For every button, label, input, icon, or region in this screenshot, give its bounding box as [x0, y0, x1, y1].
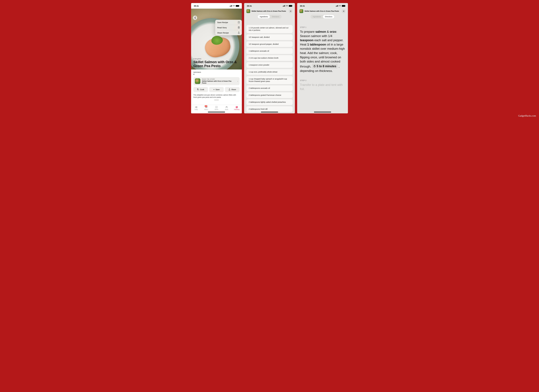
tab-label: News+ [204, 109, 208, 110]
step-label: STEP 1 [300, 26, 345, 28]
ingredient-item[interactable]: 2 1/4 cups low-sodium chicken broth [246, 55, 293, 61]
menu-label: Save Recipe [217, 21, 228, 24]
ingredient-item[interactable]: 2 tablespoons fresh dill [246, 106, 293, 112]
recipe-description: This delightful one-pan dinner combines … [193, 94, 240, 98]
ingredient-item[interactable]: 1 cup chopped baby spinach or arugula3/4… [246, 76, 293, 84]
share-icon [238, 32, 240, 34]
ingredient-item[interactable]: 2 tablespoons avocado oil [246, 85, 293, 91]
tab-audio[interactable]: Audio [221, 106, 232, 110]
utensils-icon [197, 89, 199, 91]
svg-rect-0 [238, 27, 240, 29]
menu-save-recipe[interactable]: Save Recipe [215, 20, 242, 25]
cook-button[interactable]: Cook [193, 87, 208, 92]
phone-ingredients: 09:41 Skillet Salmon with Orzo & Green P… [244, 3, 295, 113]
ingredient-item[interactable]: 1 cup orzo, preferably whole-wheat [246, 69, 293, 75]
home-indicator[interactable] [261, 112, 278, 112]
close-icon [290, 10, 291, 12]
ingredient-item[interactable]: 1 tablespoon avocado oil [246, 48, 293, 54]
button-label: Save [216, 89, 220, 91]
step-text: Transfer to a plate and tent with foil. [300, 83, 345, 91]
status-indicators [230, 5, 239, 7]
close-button[interactable] [342, 9, 346, 13]
status-indicators [283, 5, 292, 7]
wifi-icon [339, 5, 341, 7]
save-button[interactable]: + Save [209, 87, 224, 92]
menu-label: Read Story [217, 27, 227, 29]
cellular-icon [230, 5, 232, 7]
segment-ingredients[interactable]: Ingredients [311, 15, 323, 18]
header-title: Skillet Salmon with Orzo & Green Pea Pes… [304, 10, 340, 12]
button-label: Share [231, 89, 236, 91]
pull-indicator[interactable] [214, 100, 219, 100]
ingredient-item[interactable]: 2 tablespoons lightly salted shelled pis… [246, 99, 293, 105]
headphones-icon [225, 106, 228, 109]
ingredient-item[interactable]: 1/2 teaspoon ground pepper, divided [246, 41, 293, 47]
menu-share-recipe[interactable]: Share Recipe [215, 30, 242, 35]
status-time: 09:41 [300, 5, 305, 7]
tab-label: Following [234, 109, 239, 110]
context-menu: Save Recipe Read Story Share Recipe [215, 20, 242, 35]
read-story-card[interactable]: READ THE STORY Skillet Salmon with Orzo … [193, 77, 240, 85]
menu-read-story[interactable]: Read Story [215, 25, 242, 30]
home-indicator[interactable] [314, 112, 331, 112]
status-time: 09:41 [247, 5, 252, 7]
timer-pill[interactable]: 5 to 8 minutes [312, 64, 338, 69]
battery-icon [289, 5, 292, 7]
segmented-control: Ingredients Directions [299, 15, 346, 19]
publisher: EatingWell [193, 58, 240, 60]
servings-value: 4 [193, 73, 240, 75]
step-2: STEP 2 Transfer to a plate and tent with… [300, 79, 345, 91]
recipe-title: Skillet Salmon with Orzo & Green Pea Pes… [193, 60, 240, 68]
newsplus-badge: 13 [205, 105, 207, 107]
segment-directions[interactable]: Directions [323, 15, 334, 18]
menu-label: Share Recipe [217, 32, 229, 34]
bookmark-icon [238, 21, 240, 24]
segment-directions[interactable]: Directions [270, 15, 281, 18]
cellular-icon [336, 5, 338, 7]
tab-label: Sports [215, 109, 218, 110]
ingredient-item[interactable]: 1 teaspoon onion powder [246, 62, 293, 68]
close-icon [343, 10, 345, 12]
following-icon [235, 106, 238, 109]
article-icon [238, 26, 240, 29]
header-thumbnail [246, 9, 250, 13]
status-bar: 09:41 [191, 3, 242, 9]
hero-image: Save Recipe Read Story Share Recipe Eati… [191, 9, 242, 70]
home-indicator[interactable] [208, 112, 225, 112]
header-title: Skillet Salmon with Orzo & Green Pea Pes… [251, 10, 287, 12]
tab-label: Today [194, 109, 198, 110]
tab-following[interactable]: Following [232, 106, 242, 110]
ingredient-item[interactable]: 1/2 teaspoon salt, divided [246, 34, 293, 40]
chevron-left-icon [194, 17, 196, 19]
battery-icon [236, 5, 239, 7]
phone-recipe-overview: 09:41 Save Recipe Read Story Share Recip… [191, 3, 242, 113]
tab-sports[interactable]: Sports [211, 106, 221, 110]
header-thumbnail [299, 9, 303, 13]
tab-today[interactable]: Today [191, 106, 201, 110]
segmented-control: Ingredients Directions [246, 15, 293, 19]
story-thumbnail [195, 78, 200, 84]
battery-icon [342, 5, 345, 7]
status-time: 09:41 [194, 5, 199, 7]
close-button[interactable] [289, 9, 293, 13]
segment-ingredients[interactable]: Ingredients [258, 15, 270, 18]
cellular-icon [283, 5, 285, 7]
servings-label: SERVINGS [193, 72, 240, 73]
status-bar: 09:41 [297, 3, 348, 9]
status-indicators [336, 5, 345, 7]
back-button[interactable] [193, 16, 197, 20]
ingredient-item[interactable]: 1 1/4 pounds center-cut salmon, skinned … [246, 25, 293, 33]
ingredient-item[interactable]: 2 tablespoons grated Parmesan cheese [246, 92, 293, 98]
watermark: GadgetHacks.com [518, 114, 536, 117]
wifi-icon [286, 5, 288, 7]
tab-newsplus[interactable]: 13 News+ [201, 106, 211, 110]
ingredients-list[interactable]: 1 1/4 pounds center-cut salmon, skinned … [244, 19, 295, 113]
directions-content[interactable]: STEP 1 To prepare salmon & orzo: Season … [297, 19, 348, 91]
share-button[interactable]: Share [225, 87, 240, 92]
timer-text: 5 to 8 minutes [317, 64, 336, 68]
sheet-header: Skillet Salmon with Orzo & Green Pea Pes… [244, 9, 295, 19]
wifi-icon [233, 5, 235, 7]
action-buttons: Cook + Save Share [193, 87, 240, 92]
svg-point-6 [216, 107, 217, 108]
share-icon [229, 89, 231, 91]
